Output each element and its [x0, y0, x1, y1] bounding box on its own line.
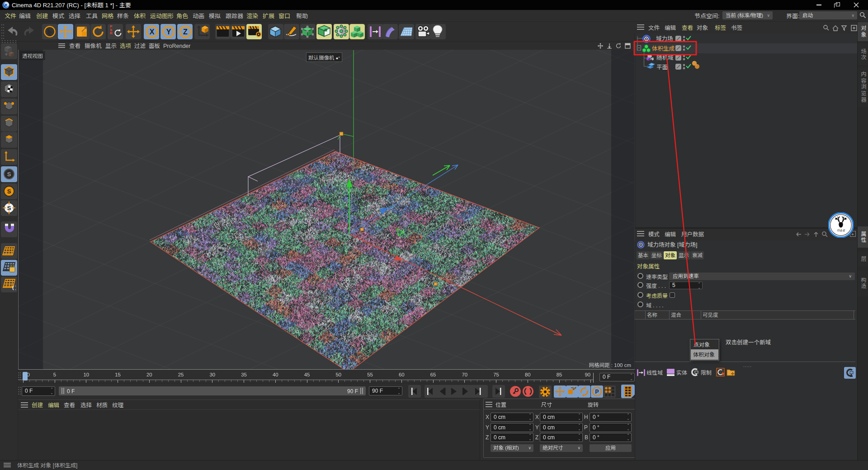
svg-text:S: S [7, 188, 11, 195]
svg-text:X: X [150, 28, 155, 36]
svg-text:Z: Z [183, 28, 188, 36]
svg-text:S: S [7, 205, 11, 212]
svg-text:行走者: 行走者 [837, 228, 845, 232]
svg-text:P: P [595, 389, 599, 395]
svg-text:Y: Y [166, 28, 171, 36]
svg-text:( ): ( ) [12, 285, 16, 290]
svg-text:S: S [7, 171, 11, 178]
